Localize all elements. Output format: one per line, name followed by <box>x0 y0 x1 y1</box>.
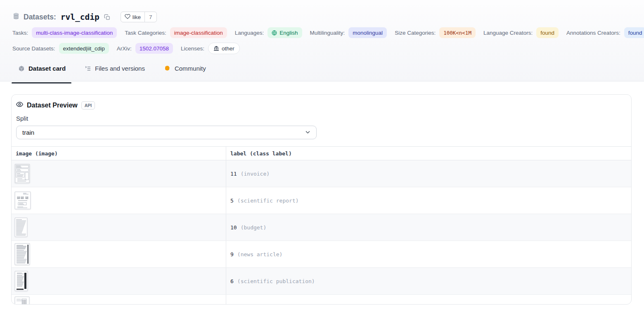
heart-icon <box>125 14 130 21</box>
tag-group-annotations-creators: Annotations Creators:found <box>566 27 644 38</box>
tag-group-label: Licenses: <box>181 45 204 52</box>
card-header: Dataset Preview API <box>16 101 626 110</box>
tag-value: found <box>540 30 554 36</box>
tag-extended-iit-cdip[interactable]: extended|iit_cdip <box>59 43 109 54</box>
table-row <box>12 295 631 305</box>
tag-group-arxiv: ArXiv:1502.07058 <box>117 43 173 54</box>
like-button[interactable]: like 7 <box>121 12 157 22</box>
class-label-id: 10 <box>230 224 237 231</box>
tab-label: Dataset card <box>28 65 66 72</box>
document-thumbnail <box>15 218 27 237</box>
label-cell: 11(invoice) <box>226 160 631 187</box>
class-label-name: (scientific report) <box>237 198 299 204</box>
image-cell <box>12 241 226 267</box>
tag-value: extended|iit_cdip <box>63 45 105 52</box>
class-label-name: (budget) <box>241 224 267 231</box>
tag-group-label: Task Categories: <box>125 30 166 36</box>
tag-value: English <box>279 30 298 36</box>
like-count[interactable]: 7 <box>144 12 156 22</box>
tag-group-label: Language Creators: <box>483 30 533 36</box>
tag-group-label: ArXiv: <box>117 45 132 52</box>
tab-label: Files and versions <box>95 65 145 72</box>
image-cell <box>12 214 226 241</box>
page-header: Datasets: rvl_cdip like 7 Tasks:multi-cl… <box>0 0 644 81</box>
eye-icon <box>16 101 23 110</box>
tag-multi-class-image-classification[interactable]: multi-class-image-classification <box>32 27 117 38</box>
document-thumbnail <box>15 164 30 183</box>
like-label: like <box>133 14 141 20</box>
tag-group-task-categories: Task Categories:image-classification <box>125 27 227 38</box>
tag-value: 1502.07058 <box>140 45 169 52</box>
class-label-name: (invoice) <box>241 171 270 177</box>
tag-found[interactable]: found <box>624 27 644 38</box>
tag-100k-n-1m[interactable]: 100K<n<1M <box>439 27 476 38</box>
tag-group-label: Multilinguality: <box>310 30 345 36</box>
tag-group-label: Size Categories: <box>395 30 436 36</box>
community-icon <box>164 65 171 72</box>
image-cell <box>12 295 226 305</box>
label-cell <box>226 295 631 305</box>
column-header-image: image (image) <box>12 147 226 160</box>
class-label-name: (news article) <box>237 251 283 257</box>
database-icon <box>12 12 20 21</box>
column-header-label: label (class label) <box>226 147 631 160</box>
table-header-row: image (image) label (class label) <box>12 147 631 160</box>
table-row: 6(scientific publication) <box>12 268 631 295</box>
tag-value: monolingual <box>353 30 383 36</box>
copy-icon[interactable] <box>103 13 111 21</box>
tag-1502-07058[interactable]: 1502.07058 <box>135 43 173 54</box>
list-tree-icon <box>85 65 91 72</box>
tab-files-and-versions[interactable]: Files and versions <box>83 54 147 83</box>
tag-group-size-categories: Size Categories:100K<n<1M <box>395 27 476 38</box>
tag-group-label: Languages: <box>235 30 264 36</box>
tag-found[interactable]: found <box>536 27 559 38</box>
box-icon <box>18 65 25 72</box>
class-label-id: 6 <box>230 278 234 284</box>
document-thumbnail <box>15 297 29 305</box>
tag-group-label: Source Datasets: <box>12 45 55 52</box>
preview-table: image (image) label (class label) 11(inv… <box>12 146 631 305</box>
table-row: 5(scientific report) <box>12 187 631 214</box>
tab-label: Community <box>175 65 206 72</box>
split-select-value: train <box>22 129 34 136</box>
title-row: Datasets: rvl_cdip like 7 <box>12 12 632 22</box>
table-row: 9(news article) <box>12 241 631 268</box>
main-content: Dataset Preview API Split train image (i… <box>0 94 644 305</box>
image-cell <box>12 268 226 294</box>
tab-community[interactable]: Community <box>162 54 208 83</box>
tag-row-2: Source Datasets:extended|iit_cdipArXiv:1… <box>12 43 632 54</box>
document-thumbnail <box>15 271 28 291</box>
label-cell: 9(news article) <box>226 241 631 267</box>
tag-value: image-classification <box>174 30 223 36</box>
document-thumbnail <box>15 243 30 265</box>
image-cell <box>12 187 226 214</box>
label-cell: 10(budget) <box>226 214 631 241</box>
bank-icon <box>213 45 219 51</box>
tag-group-licenses: Licenses:other <box>181 43 240 54</box>
api-badge[interactable]: API <box>81 101 95 110</box>
dataset-title: rvl_cdip <box>61 12 99 22</box>
tag-value: 100K<n<1M <box>443 30 471 36</box>
tag-group-label: Tasks: <box>12 30 28 36</box>
tag-group-source-datasets: Source Datasets:extended|iit_cdip <box>12 43 109 54</box>
preview-title: Dataset Preview <box>27 102 78 109</box>
document-thumbnail <box>15 192 31 209</box>
dataset-preview-card: Dataset Preview API Split train image (i… <box>11 94 632 305</box>
class-label-id: 11 <box>230 171 237 177</box>
breadcrumb[interactable]: Datasets: <box>24 13 56 21</box>
tag-group-tasks: Tasks:multi-class-image-classification <box>12 27 117 38</box>
tag-group-multilinguality: Multilinguality:monolingual <box>310 27 387 38</box>
tab-dataset-card[interactable]: Dataset card <box>17 54 67 83</box>
class-label-name: (scientific publication) <box>237 278 315 284</box>
tag-english[interactable]: English <box>268 27 302 38</box>
tag-value: found <box>628 30 642 36</box>
image-cell <box>12 160 226 187</box>
tag-monolingual[interactable]: monolingual <box>348 27 387 38</box>
table-body: 11(invoice)5(scientific report)10(budget… <box>12 160 631 305</box>
chevron-down-icon <box>305 129 311 136</box>
tag-group-language-creators: Language Creators:found <box>483 27 559 38</box>
tag-other[interactable]: other <box>208 43 240 54</box>
split-select[interactable]: train <box>16 126 317 139</box>
split-label: Split <box>16 115 626 122</box>
tag-image-classification[interactable]: image-classification <box>170 27 227 38</box>
